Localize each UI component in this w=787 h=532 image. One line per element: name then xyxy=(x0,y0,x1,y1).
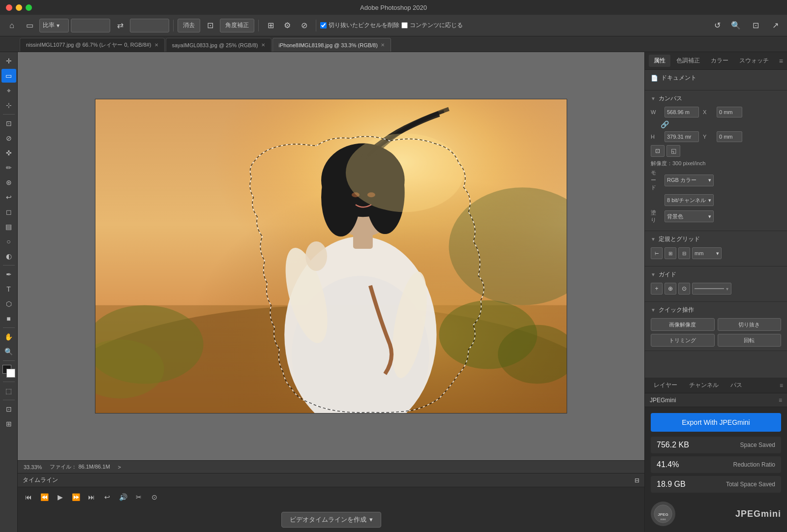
right-panel-menu-icon[interactable]: ≡ xyxy=(779,57,783,65)
swap-icon[interactable]: ⇄ xyxy=(112,18,128,33)
rotate-icon[interactable]: ↺ xyxy=(710,19,724,32)
search-icon[interactable]: 🔍 xyxy=(728,18,744,33)
qa-rotate-btn[interactable]: 回転 xyxy=(718,334,782,347)
lasso-tool[interactable]: ⌖ xyxy=(1,84,16,97)
maximize-button[interactable] xyxy=(26,4,32,11)
history-tool[interactable]: ↩ xyxy=(1,190,16,204)
bitdepth-dropdown[interactable]: 8 bit/チャンネル ▾ xyxy=(665,194,714,206)
fill-dropdown[interactable]: 背景色 ▾ xyxy=(665,210,714,222)
ruler-icon3[interactable]: ⊟ xyxy=(678,247,690,259)
tab-close-2[interactable]: ✕ xyxy=(381,42,385,48)
guide-icon3[interactable]: ⊙ xyxy=(678,283,690,295)
text-tool[interactable]: T xyxy=(1,282,16,296)
zoom-tool[interactable]: 🔍 xyxy=(1,345,16,358)
bottom-tab-layers[interactable]: レイヤー xyxy=(649,379,682,391)
camera-icon[interactable]: ⊡ xyxy=(202,18,218,33)
timeline-convert-btn[interactable]: ⊙ xyxy=(149,491,160,503)
y-input[interactable] xyxy=(717,131,742,142)
timeline-mute-btn[interactable]: 🔊 xyxy=(117,491,129,503)
create-timeline-button[interactable]: ビデオタイムラインを作成 ▾ xyxy=(281,512,381,528)
canvas-icon-btn2[interactable]: ◱ xyxy=(666,145,680,157)
x-input[interactable] xyxy=(717,107,742,118)
jpegmini-options-icon[interactable]: ≡ xyxy=(779,397,782,404)
right-tab-swatches[interactable]: スウォッチ xyxy=(734,55,774,67)
grid-icon3[interactable]: ⊘ xyxy=(296,18,312,33)
eraser-tool[interactable]: ◻ xyxy=(1,205,16,219)
right-tab-color[interactable]: カラー xyxy=(706,55,733,67)
tab-1[interactable]: sayaIMGL0833.jpg @ 25% (RGB/8) ✕ xyxy=(166,38,272,52)
timeline-next-btn[interactable]: ⏩ xyxy=(70,491,82,503)
right-panel-options: ≡ xyxy=(779,57,783,65)
dodge-tool[interactable]: ◐ xyxy=(1,249,16,263)
background-color[interactable] xyxy=(6,369,15,378)
grid-icon2[interactable]: ⚙ xyxy=(279,18,295,33)
bottom-tab-channels[interactable]: チャンネル xyxy=(684,379,724,391)
blur-tool[interactable]: ○ xyxy=(1,235,16,248)
selection-tool-icon[interactable]: ▭ xyxy=(22,18,37,33)
timeline-play-btn[interactable]: ▶ xyxy=(54,491,66,503)
home-icon[interactable]: ⌂ xyxy=(4,18,20,33)
qa-image-resolution-btn[interactable]: 画像解像度 xyxy=(651,318,715,331)
checkbox-content[interactable] xyxy=(401,22,408,29)
guide-icon1[interactable]: + xyxy=(651,283,663,295)
quick-mask-tool[interactable]: ⬚ xyxy=(1,384,16,398)
hand-tool[interactable]: ✋ xyxy=(1,330,16,344)
value-input[interactable] xyxy=(130,19,169,32)
timeline-collapse-btn[interactable]: ⊟ xyxy=(635,477,639,484)
timeline-cut-btn[interactable]: ✂ xyxy=(133,491,145,503)
shape-tool[interactable]: ■ xyxy=(1,312,16,325)
clone-tool[interactable]: ⊛ xyxy=(1,176,16,189)
share-icon[interactable]: ↗ xyxy=(767,18,783,33)
zoom-input[interactable] xyxy=(71,19,110,32)
tab-0[interactable]: nissinIMGL1077.jpg @ 66.7% (レイヤー 0, RGB/… xyxy=(20,38,165,52)
checkbox-pixels[interactable] xyxy=(320,22,327,29)
ruler-icon1[interactable]: ⊢ xyxy=(651,247,663,259)
path-tool[interactable]: ⬡ xyxy=(1,297,16,311)
right-tab-adjustment[interactable]: 色調補正 xyxy=(671,55,705,67)
healing-tool[interactable]: ✜ xyxy=(1,146,16,160)
ruler-unit-dropdown[interactable]: mm ▾ xyxy=(692,247,722,259)
timeline-first-btn[interactable]: ⏮ xyxy=(23,491,34,503)
export-jpegmini-button[interactable]: Export With JPEGmini xyxy=(651,413,781,432)
tab-2[interactable]: iPhone8IMGL8198.jpg @ 33.3% (RGB/8) ✕ xyxy=(272,38,391,52)
screen-mode-btn[interactable]: ⊡ xyxy=(1,402,16,416)
color-picker[interactable] xyxy=(2,365,15,378)
layout-icon[interactable]: ⊡ xyxy=(748,18,763,33)
angle-button[interactable]: 角度補正 xyxy=(220,19,254,32)
mode-dropdown[interactable]: RGB カラー ▾ xyxy=(665,175,714,186)
grid-icon1[interactable]: ⊞ xyxy=(263,18,278,33)
qa-crop-btn[interactable]: 切り抜き xyxy=(718,318,782,331)
lock-icon[interactable]: 🔗 xyxy=(661,120,669,128)
timeline-last-btn[interactable]: ⏭ xyxy=(86,491,97,503)
bottom-panel-options-icon[interactable]: ≡ xyxy=(780,382,783,389)
height-input[interactable] xyxy=(665,131,699,142)
arrange-btn[interactable]: ⊞ xyxy=(1,417,16,431)
tab-close-0[interactable]: ✕ xyxy=(154,42,158,48)
ruler-icon2[interactable]: ⊞ xyxy=(665,247,676,259)
timeline-prev-btn[interactable]: ⏪ xyxy=(38,491,50,503)
right-tab-properties[interactable]: 属性 xyxy=(649,55,670,67)
jpegmini-panel: JPEGmini ≡ Export With JPEGmini 756.2 KB… xyxy=(645,393,787,532)
tab-close-1[interactable]: ✕ xyxy=(261,42,265,48)
bottom-tab-paths[interactable]: パス xyxy=(726,379,747,391)
guide-icon2[interactable]: ⊕ xyxy=(665,283,676,295)
timeline-loop-btn[interactable]: ↩ xyxy=(101,491,113,503)
pen-tool[interactable]: ✒ xyxy=(1,267,16,281)
brush-tool[interactable]: ✏ xyxy=(1,161,16,175)
jpegmini-label: JPEGmini xyxy=(650,397,676,404)
minimize-button[interactable] xyxy=(16,4,22,11)
status-arrow[interactable]: > xyxy=(118,464,121,470)
canvas-icon-btn1[interactable]: ⊡ xyxy=(651,145,665,157)
marquee-tool[interactable]: ▭ xyxy=(1,69,16,83)
magic-wand-tool[interactable]: ⊹ xyxy=(1,98,16,112)
crop-tool[interactable]: ⊡ xyxy=(1,117,16,130)
qa-trim-btn[interactable]: トリミング xyxy=(651,334,715,347)
move-tool[interactable]: ✛ xyxy=(1,54,16,68)
gradient-tool[interactable]: ▤ xyxy=(1,220,16,234)
erase-button[interactable]: 消去 xyxy=(178,19,200,32)
guide-line-dropdown[interactable]: ▾ xyxy=(692,283,731,295)
eyedropper-tool[interactable]: ⊘ xyxy=(1,131,16,145)
width-input[interactable] xyxy=(665,107,699,118)
zoom-dropdown[interactable]: 比率 ▾ xyxy=(39,19,69,32)
close-button[interactable] xyxy=(6,4,12,11)
